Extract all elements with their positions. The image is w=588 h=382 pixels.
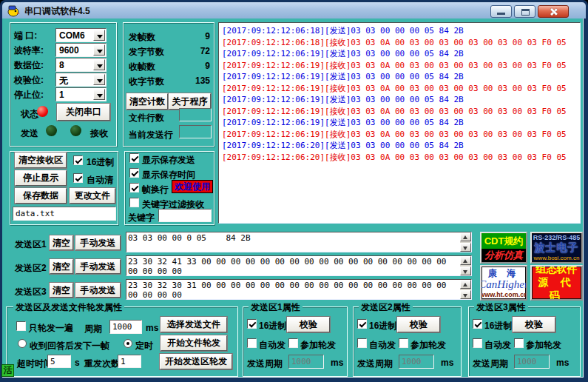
port-label: 端 口: [14, 30, 37, 42]
about-button[interactable]: 关于程序 [169, 93, 211, 110]
area2-join-checkbox[interactable] [399, 338, 408, 348]
receive-led-label: 接收 [90, 127, 108, 140]
scroll-up-icon[interactable] [460, 256, 471, 265]
ad-cdt-line1: CDT规约 [481, 233, 526, 249]
scroll-down-icon[interactable] [460, 267, 471, 275]
area1-join-checkbox[interactable] [288, 338, 298, 348]
timer-mode-radio[interactable] [124, 339, 132, 348]
receive-log[interactable]: [2017:09:12:12:06:18][发送]03 03 00 00 00 … [218, 22, 581, 224]
area1-auto-checkbox[interactable] [247, 338, 257, 348]
change-file-button[interactable]: 更改文件 [70, 188, 115, 204]
auto-clear-checkbox[interactable] [73, 173, 83, 183]
keyword-input[interactable] [158, 209, 212, 222]
close-port-button[interactable]: 关闭串口 [57, 104, 110, 121]
maximize-button[interactable] [514, 5, 535, 18]
send-area3-textbox[interactable]: 23 30 32 30 31 00 00 00 00 00 00 00 00 0… [126, 279, 472, 300]
send-area1-scrollbar[interactable] [460, 232, 471, 252]
cycle-once-checkbox[interactable] [16, 321, 26, 331]
area3-period-unit: ms [556, 358, 569, 368]
clear-receive-button[interactable]: 清空接收区 [15, 153, 67, 168]
area1-period-input: 1000 [288, 355, 324, 369]
send-area1-textbox[interactable]: 03 03 00 00 0 05 84 2B [126, 232, 472, 252]
start-file-cycle-button[interactable]: 开始文件轮发 [160, 335, 227, 351]
area1-verify-button[interactable]: 校验 [287, 317, 330, 332]
area2-verify-button[interactable]: 校验 [397, 317, 440, 332]
select-send-file-button[interactable]: 选择发送文件 [160, 317, 227, 332]
chevron-down-icon[interactable] [93, 30, 105, 41]
send-area2-manual-button[interactable]: 手动发送 [75, 259, 121, 274]
start-area-cycle-button[interactable]: 开始发送区轮发 [160, 354, 232, 369]
parity-select[interactable]: 无 [55, 73, 107, 87]
scroll-down-icon[interactable] [460, 243, 471, 252]
scroll-up-icon[interactable] [460, 232, 471, 241]
send-area1-content[interactable]: 03 03 00 00 0 05 84 2B [128, 233, 459, 251]
parity-label: 校验位: [14, 74, 44, 87]
hex-display-checkbox[interactable] [73, 155, 83, 165]
ad-bosi-line2: 波士电子 [535, 241, 579, 255]
send-area1-label: 发送区1 [15, 238, 47, 251]
title-bar[interactable]: 串口调试软件4.5 [2, 2, 586, 19]
area2-props-title: 发送区2属性 [359, 301, 413, 314]
send-area3-content[interactable]: 23 30 32 30 31 00 00 00 00 00 00 00 00 0… [128, 281, 459, 298]
ad-bosi-line1: RS-232/RS-485 [533, 234, 581, 241]
period-input[interactable]: 1000 [109, 320, 142, 334]
ime-indicator-icon[interactable]: 活 [1, 364, 14, 377]
tx-bytes-value: 72 [178, 46, 210, 56]
scroll-down-icon[interactable] [460, 290, 471, 299]
app-window: 串口调试软件4.5 端 口: COM6 波特率: 9600 数据位: 8 校验位… [0, 0, 588, 382]
send-area1-manual-button[interactable]: 手动发送 [75, 235, 121, 250]
send-area2-content[interactable]: 23 30 32 41 33 00 00 00 00 00 00 00 00 0… [128, 257, 459, 275]
clear-counters-button[interactable]: 清空计数 [126, 93, 168, 110]
log-line: [2017:09:12:12:06:19][接收]03 03 0A 00 03 … [222, 60, 578, 72]
keyword-filter-checkbox[interactable] [129, 198, 139, 207]
file-lines-label: 文件行数 [129, 112, 164, 124]
ad-cdt-banner[interactable]: CDT规约 分析仿真 [480, 232, 527, 264]
send-area2-scrollbar[interactable] [460, 256, 471, 275]
area2-period-unit: ms [441, 358, 453, 368]
timeout-input[interactable]: 5 [47, 355, 71, 368]
show-save-time-checkbox[interactable] [129, 168, 139, 178]
minimize-button[interactable] [490, 5, 512, 18]
send-area2-textbox[interactable]: 23 30 32 41 33 00 00 00 00 00 00 00 00 0… [126, 255, 472, 276]
chevron-down-icon[interactable] [93, 74, 105, 85]
area2-hex-label: 16进制 [369, 320, 396, 332]
send-area2-clear-button[interactable]: 清空 [50, 259, 73, 274]
chevron-down-icon[interactable] [93, 44, 105, 56]
frame-wrap-checkbox[interactable] [129, 183, 139, 192]
chevron-down-icon[interactable] [93, 89, 105, 100]
resend-input[interactable]: 1 [118, 355, 141, 368]
area2-period-input: 1000 [399, 355, 434, 369]
area3-hex-label: 16进制 [484, 320, 512, 332]
save-data-button[interactable]: 保存数据 [15, 188, 67, 204]
area3-hex-checkbox[interactable] [473, 319, 482, 329]
ad-scada-banner[interactable]: 组态软件 源 代 码 [530, 265, 583, 301]
area2-auto-checkbox[interactable] [357, 338, 367, 348]
ad-canhigher-banner[interactable]: 康 海 CanHigher www.ht.com.cn [480, 265, 527, 301]
stopbits-value: 1 [59, 90, 64, 100]
area3-verify-button[interactable]: 校验 [513, 317, 555, 332]
show-save-send-checkbox[interactable] [129, 153, 139, 163]
send-area3-scrollbar[interactable] [460, 280, 471, 299]
stopbits-select[interactable]: 1 [55, 87, 107, 101]
send-area3-clear-button[interactable]: 清空 [50, 283, 73, 298]
log-line: [2017:09:12:12:06:19][发送]03 03 00 00 00 … [222, 117, 578, 129]
area1-hex-checkbox[interactable] [247, 319, 257, 329]
area3-join-checkbox[interactable] [514, 338, 524, 348]
ad-bosi-banner[interactable]: RS-232/RS-485 波士电子 www.bosi.com.cn [530, 232, 583, 264]
databits-select[interactable]: 8 [55, 58, 107, 72]
area1-hex-label: 16进制 [259, 320, 286, 332]
send-area1-clear-button[interactable]: 清空 [50, 235, 73, 250]
timer-mode-label: 定时 [135, 340, 153, 352]
baud-select[interactable]: 9600 [55, 43, 107, 57]
log-line: [2017:09:12:12:06:19][发送]03 03 00 00 00 … [222, 71, 578, 83]
reply-mode-radio[interactable] [18, 339, 27, 348]
scroll-up-icon[interactable] [460, 280, 471, 289]
area2-hex-checkbox[interactable] [357, 319, 367, 329]
port-select[interactable]: COM6 [55, 28, 107, 42]
stop-display-button[interactable]: 停止显示 [15, 170, 67, 186]
chevron-down-icon[interactable] [93, 59, 105, 70]
area3-auto-checkbox[interactable] [473, 338, 482, 348]
send-area3-manual-button[interactable]: 手动发送 [75, 283, 121, 298]
save-filename-input[interactable]: data.txt [13, 207, 116, 221]
close-button[interactable] [538, 5, 569, 18]
